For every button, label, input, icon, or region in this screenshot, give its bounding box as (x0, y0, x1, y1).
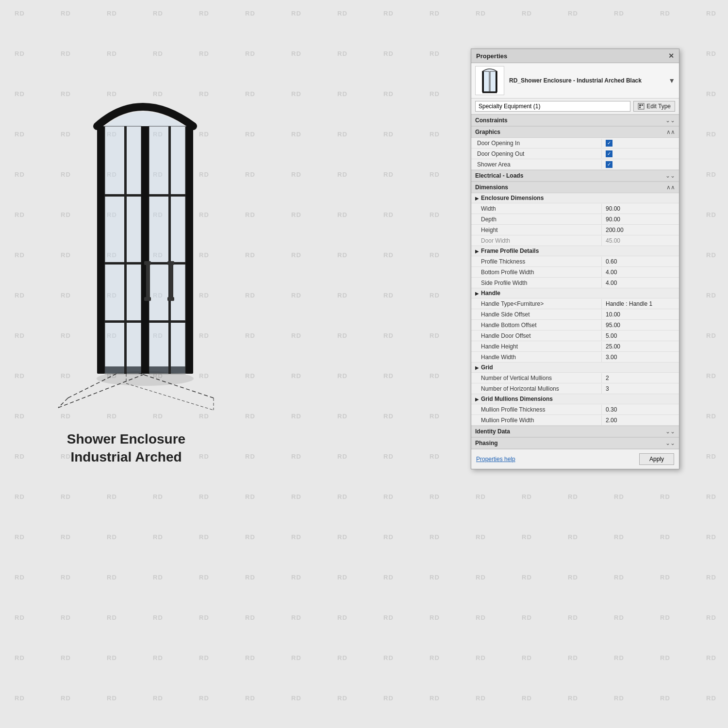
prop-handle-width: Handle Width 3.00 (471, 352, 679, 363)
prop-depth: Depth 90.00 (471, 214, 679, 225)
properties-panel: Properties ✕ RD_Shower Enclosure - Indus… (471, 49, 679, 469)
svg-rect-16 (105, 320, 141, 323)
svg-rect-24 (169, 262, 173, 301)
shower-label: Shower Enclosure Industrial Arched (58, 430, 194, 466)
svg-rect-34 (639, 104, 641, 106)
checkbox-door-opening-in[interactable] (601, 139, 679, 148)
shower-drawing: Shower Enclosure Industrial Arched (29, 97, 281, 437)
svg-line-2 (58, 398, 68, 408)
svg-rect-15 (105, 262, 141, 265)
checked-icon (606, 161, 612, 168)
grid-mullions-row[interactable]: ▶ Grid Mullions Dimensions (471, 394, 679, 404)
svg-rect-7 (97, 126, 105, 374)
svg-line-6 (126, 383, 214, 410)
checkbox-door-opening-out[interactable] (601, 149, 679, 158)
component-name: RD_Shower Enclosure - Industrial Arched … (509, 77, 663, 84)
section-identity[interactable]: Identity Data ⌄⌄ (471, 426, 679, 437)
prop-shower-area: Shower Area (471, 159, 679, 170)
prop-mullion-width: Mullion Profile Width 2.00 (471, 415, 679, 426)
svg-rect-11 (149, 126, 185, 374)
expand-icon: ▶ (475, 196, 479, 201)
expand-icon: ▶ (475, 291, 479, 296)
svg-rect-10 (105, 126, 141, 374)
type-selector[interactable]: Specialty Equipment (1) (475, 101, 630, 112)
svg-rect-8 (185, 126, 193, 374)
enclosure-dimensions-row[interactable]: ▶ Enclosure Dimensions (471, 193, 679, 203)
svg-rect-26 (167, 297, 174, 301)
prop-horizontal-mullions: Number of Horizontal Mullions 3 (471, 383, 679, 394)
apply-button[interactable]: Apply (639, 453, 674, 465)
prop-door-width: Door Width 45.00 (471, 235, 679, 246)
checked-icon (606, 140, 612, 147)
checkbox-shower-area[interactable] (601, 160, 679, 169)
prop-handle-type: Handle Type<Furniture> Handle : Handle 1 (471, 298, 679, 309)
edit-type-button[interactable]: Edit Type (633, 101, 675, 112)
prop-door-opening-in: Door Opening In (471, 138, 679, 149)
handle-row[interactable]: ▶ Handle (471, 288, 679, 298)
type-selector-row: Specialty Equipment (1) Edit Type (471, 99, 679, 115)
svg-rect-32 (496, 71, 497, 92)
svg-rect-22 (144, 261, 151, 265)
prop-handle-height: Handle Height 25.00 (471, 341, 679, 352)
prop-door-opening-out: Door Opening Out (471, 149, 679, 159)
svg-rect-21 (146, 262, 150, 301)
shower-enclosure-svg (29, 97, 262, 427)
section-constraints[interactable]: Constraints ⌄⌄ (471, 115, 679, 126)
svg-rect-13 (168, 126, 171, 374)
section-electrical[interactable]: Electrical - Loads ⌄⌄ (471, 170, 679, 182)
identity-collapse-icon: ⌄⌄ (665, 428, 675, 435)
svg-rect-12 (124, 126, 127, 374)
svg-rect-19 (149, 320, 185, 323)
edit-type-icon (638, 103, 645, 110)
svg-rect-30 (482, 92, 497, 93)
properties-help-link[interactable]: Properties help (476, 456, 515, 463)
svg-rect-14 (105, 194, 141, 197)
panel-footer: Properties help Apply (471, 449, 679, 469)
svg-rect-20 (141, 126, 149, 374)
section-graphics[interactable]: Graphics ∧∧ (471, 126, 679, 138)
component-thumbnail (475, 66, 504, 95)
prop-width: Width 90.00 (471, 203, 679, 214)
svg-rect-31 (482, 71, 484, 92)
constraints-collapse-icon: ⌄⌄ (665, 117, 675, 124)
panel-header: Properties ✕ (471, 49, 679, 63)
checked-icon (606, 150, 612, 157)
svg-rect-36 (639, 107, 641, 108)
expand-icon: ▶ (475, 248, 479, 254)
prop-handle-bottom-offset: Handle Bottom Offset 95.00 (471, 320, 679, 331)
frame-profile-row[interactable]: ▶ Frame Profile Details (471, 246, 679, 256)
prop-vertical-mullions: Number of Vertical Mullions 2 (471, 373, 679, 383)
prop-mullion-thickness: Mullion Profile Thickness 0.30 (471, 404, 679, 415)
svg-rect-17 (149, 194, 185, 197)
dimensions-collapse-icon: ∧∧ (666, 184, 675, 191)
prop-handle-door-offset: Handle Door Offset 5.00 (471, 331, 679, 341)
svg-rect-18 (149, 262, 185, 265)
graphics-collapse-icon: ∧∧ (666, 129, 675, 135)
electrical-collapse-icon: ⌄⌄ (665, 172, 675, 179)
section-dimensions[interactable]: Dimensions ∧∧ (471, 182, 679, 193)
expand-icon: ▶ (475, 397, 479, 402)
grid-row[interactable]: ▶ Grid (471, 363, 679, 373)
prop-bottom-profile-width: Bottom Profile Width 4.00 (471, 267, 679, 278)
svg-rect-25 (167, 261, 174, 265)
prop-height: Height 200.00 (471, 225, 679, 235)
prop-handle-side-offset: Handle Side Offset 10.00 (471, 309, 679, 320)
svg-rect-23 (144, 297, 151, 301)
svg-rect-35 (642, 104, 643, 106)
phasing-collapse-icon: ⌄⌄ (665, 440, 675, 447)
expand-icon: ▶ (475, 365, 479, 370)
component-dropdown-arrow[interactable]: ▼ (668, 77, 675, 84)
svg-point-27 (97, 371, 194, 386)
prop-side-profile-width: Side Profile Width 4.00 (471, 278, 679, 288)
component-info: RD_Shower Enclosure - Industrial Arched … (471, 63, 679, 99)
panel-title: Properties (476, 52, 507, 60)
prop-profile-thickness: Profile Thickness 0.60 (471, 256, 679, 267)
section-phasing[interactable]: Phasing ⌄⌄ (471, 437, 679, 449)
close-button[interactable]: ✕ (668, 52, 674, 60)
